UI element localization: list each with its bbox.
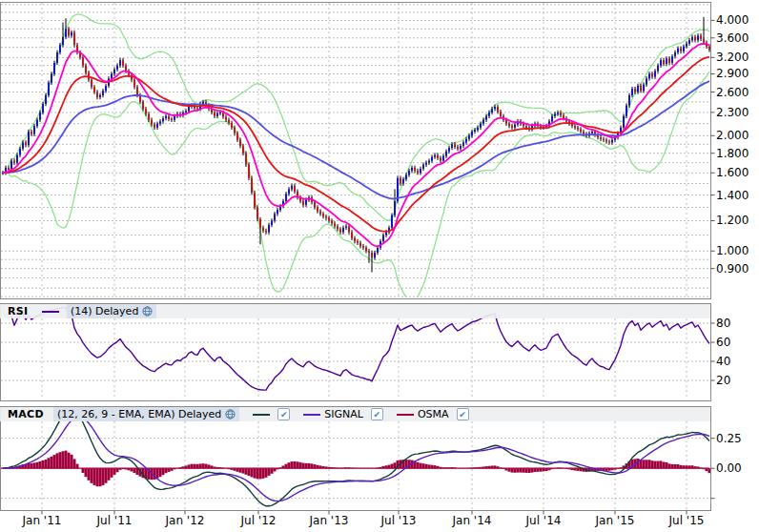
macd-legend-chip[interactable]: (12, 26, 9 - EMA, EMA) Delayed [53, 407, 239, 421]
rsi-legend-chip[interactable]: (14) Delayed [67, 304, 156, 318]
rsi-series-swatch [42, 311, 59, 313]
globe-icon [225, 409, 236, 419]
osma-series-label: OSMA [418, 408, 449, 420]
macd-panel-header: MACD (12, 26, 9 - EMA, EMA) Delayed ✔ SI… [0, 407, 710, 421]
v-gridlines [42, 407, 687, 509]
macd-series-legend: ✔ [253, 408, 290, 420]
price-panel-plot [1, 3, 710, 302]
macd-params-label: (12, 26, 9 - EMA, EMA) Delayed [57, 408, 221, 420]
signal-series-checkbox[interactable]: ✔ [371, 408, 383, 420]
rsi-panel-plot [1, 304, 709, 399]
h-gridlines [1, 323, 709, 380]
signal-series-swatch [303, 414, 320, 416]
chart-canvas [0, 0, 759, 532]
bollinger-lower-line [9, 72, 709, 302]
signal-line [3, 417, 709, 501]
osma-series-checkbox[interactable]: ✔ [457, 408, 469, 420]
osma-series-swatch [397, 414, 414, 416]
macd-series-checkbox[interactable]: ✔ [277, 408, 290, 420]
rsi-line [11, 307, 709, 390]
macd-panel-border [1, 407, 711, 511]
signal-series-legend: SIGNAL ✔ [303, 408, 383, 420]
globe-icon [142, 306, 153, 317]
signal-series-label: SIGNAL [324, 408, 363, 420]
main-panel-border [1, 3, 711, 299]
rsi-title: RSI [8, 305, 34, 317]
bollinger-upper-line [9, 14, 709, 221]
macd-series-swatch [253, 414, 270, 416]
h-gridlines [1, 5, 709, 297]
rsi-panel-header: RSI (14) Delayed [0, 304, 710, 318]
candlestick-bodies [2, 29, 710, 257]
osma-series-legend: OSMA ✔ [397, 408, 469, 420]
v-gridlines [42, 304, 687, 399]
stock-chart-window: RSI (14) Delayed MACD (12, 26, 9 - EMA, … [0, 0, 759, 532]
macd-panel-plot [1, 406, 711, 509]
axis-tick-marks [42, 20, 715, 514]
macd-title: MACD [8, 408, 46, 420]
rsi-params-label: (14) Delayed [71, 305, 138, 317]
